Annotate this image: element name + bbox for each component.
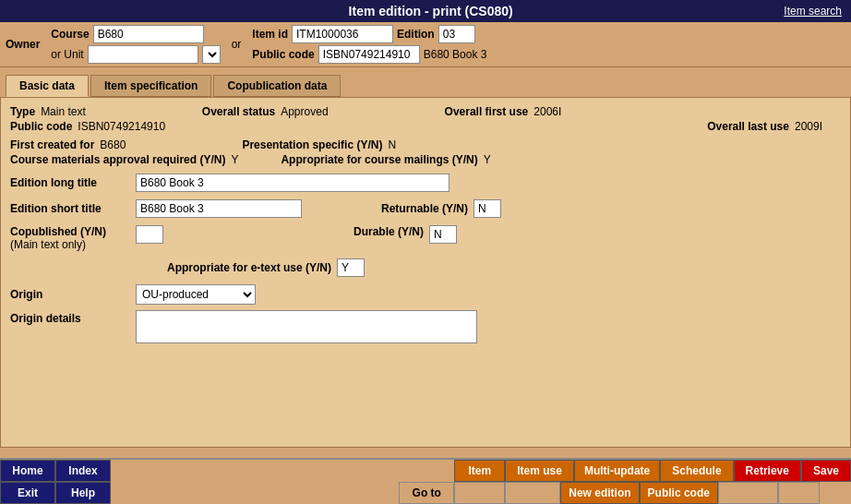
index-button[interactable]: Index: [55, 460, 111, 482]
course-label: Course: [51, 28, 89, 41]
tabs-container: Basic data Item specification Copublicat…: [0, 67, 851, 97]
origin-label: Origin: [10, 288, 130, 301]
exit-button[interactable]: Exit: [0, 482, 55, 504]
page-title: Item edition - print (CS080): [78, 4, 784, 18]
owner-label: Owner: [6, 38, 40, 51]
or-unit-select[interactable]: [202, 45, 221, 64]
public-code-input[interactable]: [318, 45, 420, 64]
overall-last-use-value: 2009I: [795, 120, 822, 133]
course-materials-value: Y: [231, 153, 238, 166]
public-code-display: B680 Book 3: [424, 48, 487, 61]
origin-select[interactable]: OU-produced External Co-published: [136, 284, 256, 305]
schedule-button[interactable]: Schedule: [660, 460, 733, 482]
edition-short-title-input[interactable]: [136, 199, 302, 218]
or-unit-input[interactable]: [88, 45, 198, 64]
public-code-label-header: Public code: [252, 48, 314, 61]
etext-input[interactable]: [337, 258, 365, 277]
or-unit-label: or Unit: [51, 48, 83, 61]
edition-long-title-input[interactable]: [136, 174, 449, 192]
item-button[interactable]: Item: [454, 460, 505, 482]
goto-button[interactable]: Go to: [399, 482, 454, 504]
durable-label: Durable (Y/N): [354, 225, 424, 238]
item-search-link[interactable]: Item search: [784, 5, 842, 18]
first-created-label: First created for: [10, 138, 94, 151]
overall-first-use-value: 2006I: [533, 105, 561, 118]
presentation-specific-value: N: [388, 138, 396, 151]
overall-last-use-label: Overall last use: [707, 120, 789, 133]
public-code-field-value: ISBN0749214910: [78, 120, 165, 133]
bottom-bar: Home Index Exit Help Go to Item Item use…: [0, 458, 851, 504]
copublished-input[interactable]: [136, 225, 163, 244]
returnable-label: Returnable (Y/N): [381, 202, 468, 215]
tab-basic-data[interactable]: Basic data: [6, 75, 89, 97]
first-created-value: B680: [100, 138, 126, 151]
presentation-specific-label: Presentation specific (Y/N): [242, 138, 382, 151]
public-code-button[interactable]: Public code: [640, 482, 718, 504]
overall-status-value: Approved: [281, 105, 328, 118]
save-button[interactable]: Save: [801, 460, 851, 482]
main-text-only-label: (Main text only): [10, 238, 130, 251]
edition-input[interactable]: [438, 25, 475, 43]
origin-details-input[interactable]: [136, 310, 477, 343]
item-id-label: Item id: [252, 28, 288, 41]
returnable-input[interactable]: [473, 199, 501, 218]
appropriate-mailings-label: Appropriate for course mailings (Y/N): [281, 153, 477, 166]
copublished-label: Copublished (Y/N): [10, 225, 130, 238]
new-edition-button[interactable]: New edition: [560, 482, 639, 504]
tab-content: Type Main text Overall status Approved O…: [0, 97, 851, 448]
retrieve-button[interactable]: Retrieve: [734, 460, 801, 482]
overall-first-use-label: Overall first use: [445, 105, 529, 118]
appropriate-mailings-value: Y: [484, 153, 491, 166]
type-value: Main text: [41, 105, 86, 118]
durable-input[interactable]: [429, 225, 457, 244]
course-input[interactable]: [93, 25, 204, 43]
help-button[interactable]: Help: [55, 482, 111, 504]
home-button[interactable]: Home: [0, 460, 55, 482]
etext-label: Appropriate for e-text use (Y/N): [167, 261, 331, 274]
title-bar: Item edition - print (CS080) Item search: [0, 0, 851, 22]
overall-status-label: Overall status: [202, 105, 275, 118]
multi-update-button[interactable]: Multi-update: [574, 460, 660, 482]
public-code-field-label: Public code: [10, 120, 72, 133]
edition-label: Edition: [397, 28, 435, 41]
item-id-input[interactable]: [292, 25, 393, 43]
edition-long-title-label: Edition long title: [10, 176, 130, 189]
course-materials-label: Course materials approval required (Y/N): [10, 153, 225, 166]
tab-copublication-data[interactable]: Copublication data: [213, 75, 341, 97]
origin-details-label: Origin details: [10, 310, 130, 325]
type-label: Type: [10, 105, 35, 118]
tab-item-specification[interactable]: Item specification: [90, 75, 211, 97]
item-use-button[interactable]: Item use: [505, 460, 574, 482]
or-label: or: [232, 38, 242, 51]
edition-short-title-label: Edition short title: [10, 202, 130, 215]
